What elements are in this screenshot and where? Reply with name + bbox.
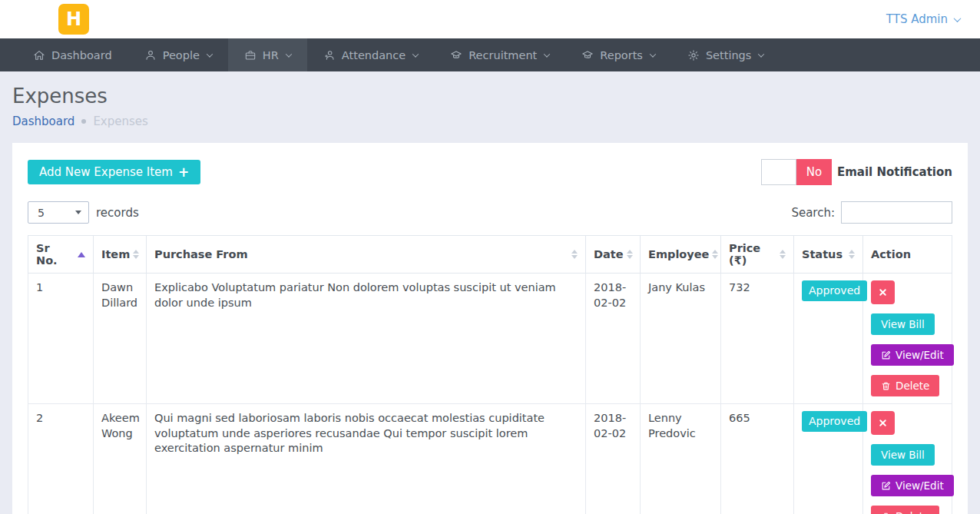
home-icon [33, 49, 45, 61]
records-label: records [96, 206, 139, 220]
nav-item-people[interactable]: People [128, 38, 228, 71]
chevron-down-icon [650, 51, 656, 57]
card-toolbar: Add New Expense Item + No Email Notifica… [28, 159, 952, 185]
page-title: Expenses [12, 85, 968, 108]
cell-sr-no: 2 [28, 404, 94, 514]
plus-icon: + [178, 164, 189, 180]
trash-icon [881, 381, 891, 391]
column-header-purchase-from[interactable]: Purchase From [147, 236, 586, 274]
table-row: 1 Dawn Dillard Explicabo Voluptatum pari… [28, 274, 952, 404]
main-nav: Dashboard People HR Attendance Recruitme… [0, 38, 980, 71]
trash-icon [881, 512, 891, 514]
column-header-sr-no[interactable]: Sr No. [28, 236, 94, 274]
column-label: Price (₹) [729, 242, 776, 267]
attendance-icon [323, 49, 336, 61]
records-per-page-value: 5 [38, 207, 45, 219]
edit-icon [881, 481, 891, 491]
column-label: Action [871, 248, 911, 260]
app-logo[interactable]: H [58, 4, 89, 35]
cell-employee: Jany Kulas [641, 274, 721, 404]
delete-label: Delete [896, 380, 929, 392]
email-notification-toggle[interactable]: No [761, 159, 832, 185]
cell-date: 2018-02-02 [586, 274, 641, 404]
records-per-page-select[interactable]: 5 [28, 201, 89, 224]
breadcrumb: Dashboard Expenses [12, 114, 968, 128]
nav-item-recruitment[interactable]: Recruitment [434, 38, 565, 71]
cell-price: 732 [721, 274, 794, 404]
caret-down-icon [75, 211, 81, 214]
cell-item: Akeem Wong [94, 404, 147, 514]
toggle-state-label[interactable]: No [796, 159, 832, 185]
email-notification-control: No Email Notification [761, 159, 952, 185]
cell-purchase-from: Qui magni sed laboriosam laboris nobis o… [147, 404, 586, 514]
nav-item-reports[interactable]: Reports [565, 38, 671, 71]
column-header-action: Action [863, 236, 952, 274]
cell-status: Approved [794, 274, 863, 404]
delete-label: Delete [896, 510, 929, 514]
sort-icon [133, 250, 139, 259]
cell-item: Dawn Dillard [94, 274, 147, 404]
nav-item-hr[interactable]: HR [228, 38, 307, 71]
briefcase-icon [244, 49, 257, 61]
sort-icon [627, 250, 633, 259]
edit-icon [881, 350, 891, 360]
table-controls: 5 records Search: [28, 201, 952, 224]
nav-item-dashboard[interactable]: Dashboard [17, 38, 128, 71]
breadcrumb-dashboard-link[interactable]: Dashboard [12, 114, 74, 128]
column-header-employee[interactable]: Employee [641, 236, 721, 274]
cell-date: 2018-02-02 [586, 404, 641, 514]
add-expense-button[interactable]: Add New Expense Item + [28, 160, 200, 184]
toggle-off-half[interactable] [761, 159, 796, 185]
user-menu-label: TTS Admin [886, 12, 948, 26]
view-bill-button[interactable]: View Bill [871, 444, 935, 466]
delete-button[interactable]: Delete [871, 375, 939, 396]
column-label: Item [101, 248, 130, 260]
chevron-down-icon [758, 51, 764, 57]
table-row: 2 Akeem Wong Qui magni sed laboriosam la… [28, 404, 952, 514]
status-badge: Approved [802, 411, 867, 432]
column-header-price[interactable]: Price (₹) [721, 236, 794, 274]
nav-item-label: HR [263, 49, 279, 61]
nav-item-settings[interactable]: Settings [671, 38, 780, 71]
delete-button[interactable]: Delete [871, 506, 939, 514]
dismiss-button[interactable] [871, 280, 895, 304]
column-header-status[interactable]: Status [794, 236, 863, 274]
column-label: Purchase From [154, 248, 248, 260]
page-head: Expenses Dashboard Expenses [0, 71, 980, 128]
close-icon [878, 287, 888, 297]
column-header-date[interactable]: Date [586, 236, 641, 274]
breadcrumb-separator [81, 119, 86, 124]
cell-status: Approved [794, 404, 863, 514]
people-icon [144, 49, 157, 61]
cell-actions: View Bill View/Edit Delete [863, 274, 952, 404]
view-bill-button[interactable]: View Bill [871, 313, 935, 335]
view-edit-button[interactable]: View/Edit [871, 475, 954, 496]
nav-item-label: Attendance [342, 49, 406, 61]
chevron-down-icon [544, 51, 550, 57]
breadcrumb-current: Expenses [93, 114, 147, 128]
expenses-table: Sr No. Item Purchase From Date Employee … [28, 235, 952, 514]
search-control: Search: [791, 201, 952, 224]
search-label: Search: [791, 206, 835, 220]
top-bar: H TTS Admin [0, 0, 980, 38]
dismiss-button[interactable] [871, 411, 895, 435]
nav-item-label: Recruitment [468, 49, 537, 61]
sort-asc-icon [78, 252, 85, 257]
view-edit-button[interactable]: View/Edit [871, 344, 954, 366]
cell-sr-no: 1 [28, 274, 94, 404]
cell-purchase-from: Explicabo Voluptatum pariatur Non dolore… [147, 274, 586, 404]
expenses-card: Add New Expense Item + No Email Notifica… [12, 143, 968, 514]
chevron-down-icon [286, 51, 292, 57]
column-label: Employee [648, 248, 709, 260]
recruitment-icon [450, 49, 462, 61]
cell-employee: Lenny Predovic [641, 404, 721, 514]
add-expense-label: Add New Expense Item [39, 165, 173, 179]
chevron-down-icon [412, 51, 419, 57]
search-input[interactable] [841, 201, 952, 224]
close-icon [878, 418, 888, 428]
column-label: Status [802, 248, 843, 260]
chevron-down-icon [954, 15, 962, 22]
nav-item-attendance[interactable]: Attendance [307, 38, 434, 71]
user-menu[interactable]: TTS Admin [886, 12, 960, 26]
column-header-item[interactable]: Item [94, 236, 147, 274]
